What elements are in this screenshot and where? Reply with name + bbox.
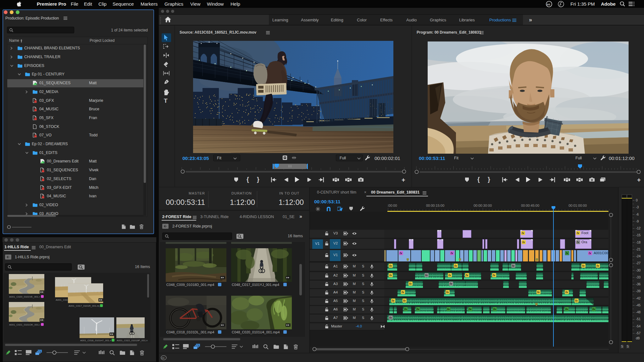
svg-text:cc: cc: [547, 3, 550, 6]
svg-text:cc: cc: [162, 356, 165, 359]
